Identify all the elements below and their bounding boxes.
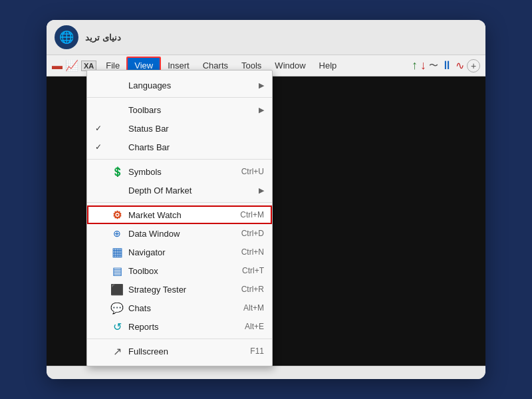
chats-label: Chats — [128, 303, 238, 313]
strategy-tester-icon: ⬛ — [111, 283, 123, 295]
dropdown-section-symbols: 💲 Symbols Ctrl+U Depth Of Market ▶ — [87, 160, 272, 203]
chartsbar-icon — [111, 141, 123, 153]
red-icon: ▬ — [52, 60, 63, 72]
dropdown-item-reports[interactable]: ↺ Reports Alt+E — [87, 317, 272, 336]
globe-icon: 🌐 — [59, 30, 74, 45]
fullscreen-shortcut: F11 — [250, 346, 264, 356]
strategytester-label: Strategy Tester — [128, 285, 236, 295]
toolbars-icon — [111, 104, 123, 116]
menu-window[interactable]: Window — [268, 58, 312, 73]
reports-shortcut: Alt+E — [245, 322, 264, 331]
reports-label: Reports — [128, 322, 239, 332]
symbols-shortcut: Ctrl+U — [241, 167, 264, 176]
languages-arrow: ▶ — [259, 81, 264, 90]
dropdown-item-chartsbar[interactable]: ✓ Charts Bar — [87, 138, 272, 156]
strategytester-shortcut: Ctrl+R — [241, 285, 264, 294]
bars-icon: ⏸ — [441, 59, 453, 72]
dom-label: Depth Of Market — [128, 186, 253, 196]
dropdown-item-fullscreen[interactable]: ↗ Fullscreen F11 — [87, 342, 272, 360]
navigator-label: Navigator — [128, 247, 236, 257]
datawindow-label: Data Window — [128, 229, 236, 239]
chats-icon: 💬 — [111, 302, 123, 314]
dropdown-section-languages: Languages ▶ — [87, 73, 272, 98]
dom-icon — [111, 184, 123, 196]
market-watch-icon: ⚙ — [111, 209, 123, 221]
dropdown-item-symbols[interactable]: 💲 Symbols Ctrl+U — [87, 162, 272, 181]
statusbar-icon — [111, 122, 123, 134]
chats-shortcut: Alt+M — [243, 303, 264, 313]
right-toolbar: ↑ ↓ 〜 ⏸ ∿ + — [412, 59, 480, 72]
dropdown-item-depthofmarket[interactable]: Depth Of Market ▶ — [87, 181, 272, 200]
statusbar-check: ✓ — [95, 124, 106, 133]
chart-icon: 📈 — [65, 59, 78, 72]
pulse-icon: ∿ — [456, 59, 464, 72]
fullscreen-label: Fullscreen — [128, 346, 245, 356]
toolbox-label: Toolbox — [128, 266, 237, 276]
toolbars-arrow: ▶ — [259, 106, 264, 114]
bottom-status-bar — [47, 366, 485, 379]
plus-circle-icon: + — [467, 59, 480, 72]
menu-help[interactable]: Help — [313, 58, 344, 73]
down-arrow-icon: ↓ — [420, 59, 426, 72]
dom-arrow: ▶ — [259, 186, 264, 195]
wave-icon: 〜 — [429, 60, 438, 72]
app-window: 🌐 دنیای ترید ▬ 📈 XA File View Insert Cha… — [47, 20, 485, 379]
symbols-label: Symbols — [128, 167, 236, 177]
chart-area: Languages ▶ Toolbars ▶ ✓ Stat — [47, 76, 485, 366]
toolbars-label: Toolbars — [128, 105, 253, 115]
dropdown-item-chats[interactable]: 💬 Chats Alt+M — [87, 299, 272, 317]
chartsbar-check: ✓ — [95, 142, 106, 152]
toolbox-shortcut: Ctrl+T — [242, 266, 264, 275]
toolbox-icon: ▤ — [111, 265, 123, 277]
data-window-icon: ⊕ — [111, 227, 123, 239]
up-arrow-icon: ↑ — [412, 59, 418, 72]
marketwatch-shortcut: Ctrl+M — [240, 210, 264, 219]
dropdown-section-toolbars: Toolbars ▶ ✓ Status Bar ✓ Charts Bar — [87, 98, 272, 160]
dropdown-item-toolbars[interactable]: Toolbars ▶ — [87, 100, 272, 119]
main-area: ▬ 📈 XA File View Insert Charts Tools Win… — [47, 55, 485, 379]
dropdown-item-marketwatch[interactable]: ⚙ Market Watch Ctrl+M — [87, 205, 272, 224]
dropdown-item-navigator[interactable]: ▦ Navigator Ctrl+N — [87, 243, 272, 261]
chartsbar-label: Charts Bar — [128, 142, 264, 152]
statusbar-label: Status Bar — [128, 124, 264, 134]
dropdown-section-fullscreen: ↗ Fullscreen F11 — [87, 339, 272, 363]
app-logo: 🌐 — [55, 25, 78, 49]
title-bar: 🌐 دنیای ترید — [47, 20, 485, 55]
languages-label: Languages — [128, 80, 253, 90]
datawindow-shortcut: Ctrl+D — [241, 229, 264, 238]
app-title: دنیای ترید — [85, 33, 121, 43]
fullscreen-icon: ↗ — [111, 345, 123, 357]
navigator-icon: ▦ — [111, 246, 123, 258]
dropdown-item-toolbox[interactable]: ▤ Toolbox Ctrl+T — [87, 261, 272, 280]
reports-icon: ↺ — [111, 321, 123, 332]
languages-icon — [111, 79, 123, 91]
dropdown-item-languages[interactable]: Languages ▶ — [87, 76, 272, 94]
dropdown-item-statusbar[interactable]: ✓ Status Bar — [87, 119, 272, 138]
navigator-shortcut: Ctrl+N — [241, 247, 264, 257]
marketwatch-label: Market Watch — [128, 210, 235, 220]
dropdown-section-panels: ⚙ Market Watch Ctrl+M ⊕ Data Window Ctrl… — [87, 203, 272, 339]
symbols-icon: 💲 — [111, 166, 123, 178]
dropdown-item-strategytester[interactable]: ⬛ Strategy Tester Ctrl+R — [87, 280, 272, 299]
view-dropdown-menu: Languages ▶ Toolbars ▶ ✓ Stat — [86, 70, 273, 366]
dropdown-item-datawindow[interactable]: ⊕ Data Window Ctrl+D — [87, 224, 272, 243]
